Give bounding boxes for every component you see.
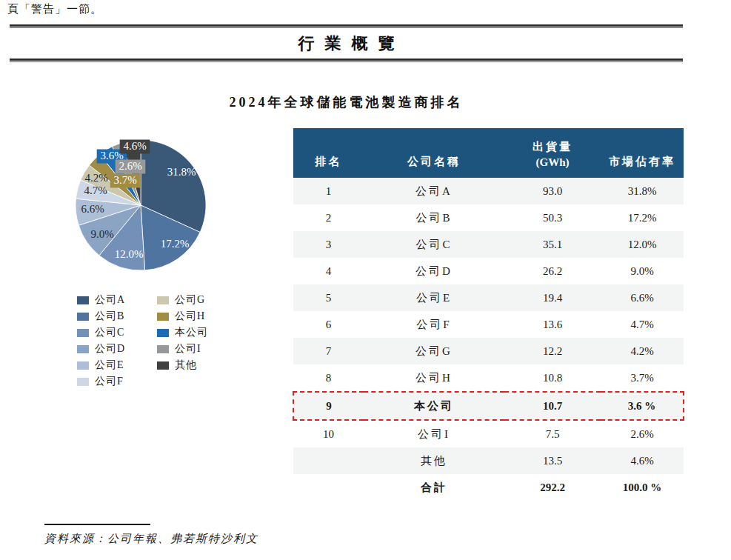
table-row: 6公司F13.64.7% — [293, 311, 684, 338]
cell-rank: 9 — [293, 392, 364, 420]
cell-share: 6.6% — [601, 284, 684, 311]
ranking-table: 排名 公司名稱 出貨量(GWh) 市場佔有率 1公司A93.031.8%2公司B… — [293, 128, 684, 501]
legend-swatch — [77, 329, 89, 337]
table-row: 4公司D26.29.0% — [293, 258, 684, 284]
footnote-rule — [44, 524, 150, 525]
legend-swatch — [77, 378, 89, 386]
cell-shipment: 12.2 — [504, 338, 601, 364]
table-row: 5公司E19.46.6% — [293, 284, 684, 311]
cell-share: 9.0% — [601, 258, 684, 284]
legend-label: 公司G — [175, 293, 205, 307]
cell-company: 公司I — [364, 420, 504, 447]
cell-company: 公司F — [364, 311, 504, 338]
pie-label: 6.6% — [81, 203, 104, 215]
cell-company: 公司A — [364, 178, 504, 204]
legend-item-公司E: 公司E — [77, 357, 125, 373]
pie-label: 2.6% — [119, 160, 141, 172]
cell-share: 3.6 % — [601, 392, 684, 420]
table-row: 1公司A93.031.8% — [293, 178, 684, 204]
legend-label: 公司C — [95, 326, 124, 339]
cell-shipment: 35.1 — [504, 231, 601, 258]
legend-label: 其他 — [175, 359, 197, 372]
legend-label: 公司H — [175, 310, 205, 323]
legend-label: 公司D — [95, 342, 125, 356]
cell-company: 公司D — [364, 258, 504, 284]
pie-label: 31.8% — [167, 166, 196, 178]
cell-share: 31.8% — [601, 178, 684, 204]
legend-swatch — [77, 345, 89, 353]
cell-company: 公司E — [364, 284, 504, 311]
source-note: 資料來源：公司年報、弗若斯特沙利文 — [44, 532, 258, 546]
legend-swatch — [157, 329, 169, 337]
header-shipment-line1: 出貨量 — [533, 141, 573, 153]
legend-swatch — [77, 313, 89, 321]
section-title: 行業概覽 — [10, 33, 683, 55]
cell-share: 100.0 % — [601, 474, 684, 501]
bottom-double-rule — [10, 59, 683, 61]
cell-shipment: 10.8 — [504, 364, 601, 392]
cell-share: 2.6% — [601, 420, 684, 447]
legend-item-公司G: 公司G — [157, 292, 208, 308]
chart-title: 2024年全球儲能電池製造商排名 — [10, 93, 683, 111]
top-double-rule — [10, 24, 683, 27]
legend-item-公司F: 公司F — [77, 373, 125, 390]
cell-company: 公司H — [364, 364, 504, 392]
legend-label: 本公司 — [175, 326, 208, 339]
legend-item-公司H: 公司H — [157, 308, 208, 324]
legend-swatch — [77, 361, 89, 370]
legend-label: 公司E — [95, 359, 124, 372]
cell-rank: 3 — [293, 231, 364, 258]
pie-label: 4.7% — [84, 184, 107, 196]
table-row: 2公司B50.317.2% — [293, 204, 684, 231]
cell-share: 4.7% — [601, 311, 684, 338]
header-share: 市場佔有率 — [601, 128, 684, 178]
header-company: 公司名稱 — [364, 128, 504, 178]
pie-label: 17.2% — [161, 238, 190, 250]
ranking-table-container: 排名 公司名稱 出貨量(GWh) 市場佔有率 1公司A93.031.8%2公司B… — [293, 128, 683, 501]
pie-chart-svg: 31.8%17.2%12.0%9.0%6.6%4.7%4.2%3.7%3.6%2… — [44, 126, 267, 289]
cell-rank: 8 — [293, 364, 364, 392]
legend-label: 公司I — [175, 342, 201, 356]
cell-shipment: 13.5 — [504, 447, 601, 474]
cell-shipment: 292.2 — [504, 474, 601, 501]
table-row: 3公司C35.112.0% — [293, 231, 684, 258]
cell-rank: 6 — [293, 311, 364, 338]
cell-share: 3.7% — [601, 364, 684, 392]
legend-swatch — [157, 361, 169, 370]
table-row: 其他13.54.6% — [293, 447, 684, 474]
legend-swatch — [157, 345, 169, 353]
pie-label: 4.6% — [123, 140, 146, 152]
legend-item-公司D: 公司D — [77, 341, 125, 357]
pie-chart: 31.8%17.2%12.0%9.0%6.6%4.7%4.2%3.7%3.6%2… — [44, 126, 267, 289]
legend-swatch — [157, 313, 169, 321]
cell-company: 公司G — [364, 338, 504, 364]
cell-shipment: 93.0 — [504, 178, 601, 204]
legend-label: 公司A — [95, 293, 125, 307]
cell-shipment: 13.6 — [504, 311, 601, 338]
cell-company: 公司C — [364, 231, 504, 258]
table-header-row: 排名 公司名稱 出貨量(GWh) 市場佔有率 — [293, 128, 684, 178]
legend-item-公司I: 公司I — [157, 341, 208, 357]
legend-item-其他: 其他 — [157, 357, 208, 373]
table-row: 10公司I7.52.6% — [293, 420, 684, 447]
cell-shipment: 10.7 — [504, 392, 601, 420]
cell-rank: 4 — [293, 258, 364, 284]
top-note-text: 頁「警告」一節。 — [7, 2, 102, 16]
cell-company: 合計 — [364, 474, 504, 501]
pie-label: 3.7% — [113, 174, 136, 186]
legend-label: 公司B — [95, 310, 124, 323]
cell-shipment: 26.2 — [504, 258, 601, 284]
cell-company: 其他 — [364, 447, 504, 474]
cell-share: 4.6% — [601, 447, 684, 474]
cell-share: 12.0% — [601, 231, 684, 258]
header-shipment-unit: (GWh) — [504, 156, 601, 169]
cell-rank: 7 — [293, 338, 364, 364]
cell-rank — [293, 474, 364, 501]
cell-company: 公司B — [364, 204, 504, 231]
cell-rank — [293, 447, 364, 474]
cell-company: 本公司 — [364, 392, 504, 420]
legend-label: 公司F — [95, 375, 124, 388]
cell-rank: 1 — [293, 178, 364, 204]
legend-item-公司C: 公司C — [77, 324, 125, 341]
legend-swatch — [77, 296, 89, 304]
